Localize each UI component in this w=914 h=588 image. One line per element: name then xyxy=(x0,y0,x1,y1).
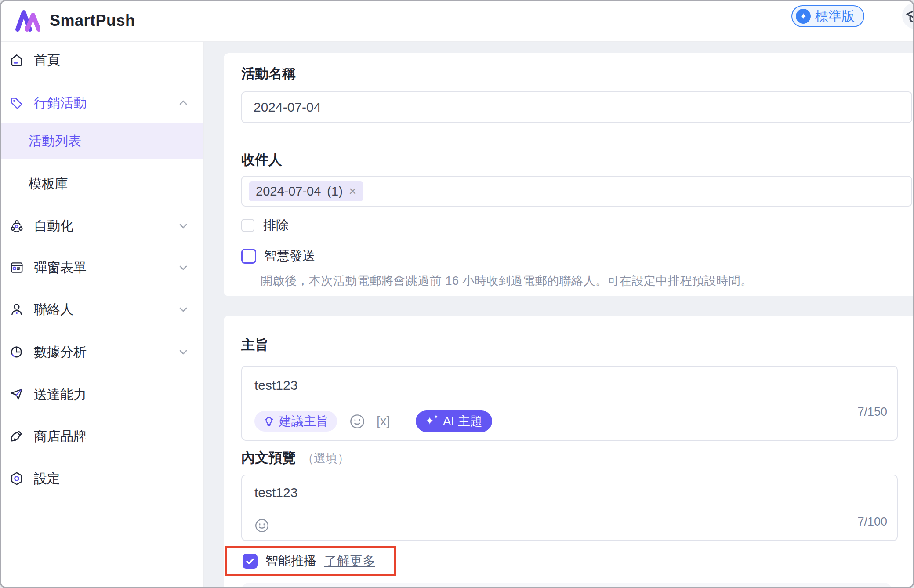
exclude-label: 排除 xyxy=(263,217,289,234)
graduation-cap-icon xyxy=(905,6,914,25)
smart-push-checkbox[interactable] xyxy=(243,554,258,569)
recipients-label: 收件人 xyxy=(241,151,282,169)
recipient-chip-name: 2024-07-04 xyxy=(256,184,321,199)
toolbar-divider xyxy=(403,414,403,429)
campaign-name-input[interactable] xyxy=(241,91,912,123)
preview-char-counter: 7/100 xyxy=(857,515,887,529)
sidebar-item-campaigns[interactable]: 行銷活動 xyxy=(1,90,203,116)
sidebar-item-settings[interactable]: 設定 xyxy=(1,465,203,492)
chevron-down-icon[interactable] xyxy=(178,347,189,357)
plan-label: 標準版 xyxy=(815,7,855,25)
brush-icon xyxy=(9,429,24,444)
sidebar-item-label: 模板庫 xyxy=(29,175,68,193)
suggest-subject-button[interactable]: 建議主旨 xyxy=(254,411,337,432)
subject-char-counter: 7/150 xyxy=(857,405,887,419)
sidebar-item-automation[interactable]: 自動化 xyxy=(1,213,203,239)
subject-toolbar: 建議主旨 [x] ✦ ✦ AI 主題 xyxy=(254,410,492,432)
exclude-row: 排除 xyxy=(241,217,289,234)
sidebar-item-label: 活動列表 xyxy=(29,132,81,150)
preview-optional-label: （選填） xyxy=(302,450,349,466)
sidebar-item-analytics[interactable]: 數據分析 xyxy=(1,339,203,365)
sidebar-item-label: 行銷活動 xyxy=(34,94,87,112)
campaign-name-label: 活動名稱 xyxy=(241,65,296,83)
emoji-picker-icon[interactable] xyxy=(254,518,269,533)
sidebar-item-store-branding[interactable]: 商店品牌 xyxy=(1,423,203,450)
sidebar-nav: 首頁 行銷活動 活動列表 模板庫 xyxy=(1,42,204,587)
emoji-picker-icon[interactable] xyxy=(349,414,365,429)
smart-send-label: 智慧發送 xyxy=(264,247,315,265)
ai-subject-button[interactable]: ✦ ✦ AI 主題 xyxy=(416,410,492,432)
sidebar-item-label: 商店品牌 xyxy=(34,428,87,446)
sidebar-item-label: 彈窗表單 xyxy=(34,259,87,277)
suggest-subject-label: 建議主旨 xyxy=(279,413,328,430)
plan-badge-button[interactable]: ✦ 標準版 xyxy=(791,5,864,27)
subject-value: test123 xyxy=(254,378,297,393)
automation-icon xyxy=(9,218,24,233)
top-header: SmartPush ✦ 標準版 xyxy=(1,1,913,42)
sidebar-item-label: 首頁 xyxy=(34,51,60,69)
smart-push-annotation-box: 智能推播 了解更多 xyxy=(225,546,396,576)
smart-send-checkbox[interactable] xyxy=(241,249,256,264)
smart-send-helper-text: 開啟後，本次活動電郵將會跳過前 16 小時收到過電郵的聯絡人。可在設定中排程預設… xyxy=(261,273,753,289)
sidebar-item-label: 聯絡人 xyxy=(34,301,73,319)
person-icon xyxy=(9,302,24,317)
smart-push-label: 智能推播 xyxy=(265,552,316,570)
pie-chart-icon xyxy=(9,345,24,359)
sidebar-item-label: 設定 xyxy=(34,470,60,488)
smart-send-row: 智慧發送 xyxy=(241,247,315,265)
chevron-down-icon[interactable] xyxy=(178,304,189,315)
next-section-panel xyxy=(241,583,892,588)
campaign-basics-card: 活動名稱 收件人 2024-07-04 (1) × 排除 智慧發送 開啟後，本次… xyxy=(224,53,914,296)
recipient-chip[interactable]: 2024-07-04 (1) × xyxy=(249,181,363,201)
chevron-down-icon[interactable] xyxy=(178,262,189,273)
recipients-input[interactable]: 2024-07-04 (1) × xyxy=(241,176,912,207)
sidebar-item-popup-forms[interactable]: 彈窗表單 xyxy=(1,254,203,281)
merge-tag-icon[interactable]: [x] xyxy=(377,414,390,428)
plan-star-icon: ✦ xyxy=(796,9,811,24)
preview-label-row: 內文預覽 （選填） xyxy=(241,449,349,467)
paper-plane-icon xyxy=(9,387,24,402)
smartpush-logo-icon xyxy=(15,9,40,33)
app-window: SmartPush ✦ 標準版 xyxy=(0,0,914,588)
subject-label: 主旨 xyxy=(241,336,268,354)
preview-label: 內文預覽 xyxy=(241,449,296,467)
settings-icon xyxy=(9,471,24,486)
home-icon xyxy=(9,53,24,68)
chevron-down-icon[interactable] xyxy=(178,221,189,231)
preview-text-input[interactable]: test123 7/100 xyxy=(241,475,898,541)
brand[interactable]: SmartPush xyxy=(15,9,135,33)
exclude-checkbox[interactable] xyxy=(241,219,254,232)
sidebar-item-template-library[interactable]: 模板庫 xyxy=(1,171,203,197)
sidebar-item-contacts[interactable]: 聯絡人 xyxy=(1,296,203,323)
bulb-icon xyxy=(263,416,275,427)
subject-input[interactable]: test123 建議主旨 xyxy=(241,366,898,441)
subject-card: 主旨 test123 建議主旨 xyxy=(224,316,914,588)
recipient-chip-count: (1) xyxy=(327,184,342,199)
header-divider xyxy=(885,5,885,25)
sidebar-item-campaign-list[interactable]: 活動列表 xyxy=(1,123,203,159)
ai-sparkles-icon: ✦ ✦ xyxy=(425,415,439,428)
preview-value: test123 xyxy=(254,485,297,500)
tag-icon xyxy=(9,95,24,110)
sidebar-item-label: 送達能力 xyxy=(34,386,87,404)
ai-subject-label: AI 主題 xyxy=(443,413,482,430)
popup-form-icon xyxy=(9,260,24,275)
brand-title: SmartPush xyxy=(50,11,135,30)
chevron-up-icon[interactable] xyxy=(178,98,189,108)
sidebar-item-deliverability[interactable]: 送達能力 xyxy=(1,381,203,408)
sidebar-item-home[interactable]: 首頁 xyxy=(1,47,203,73)
learning-center-button[interactable] xyxy=(902,3,914,29)
sidebar-item-label: 數據分析 xyxy=(34,343,87,361)
learn-more-link[interactable]: 了解更多 xyxy=(324,552,375,570)
chip-close-icon[interactable]: × xyxy=(349,185,357,198)
sidebar-item-label: 自動化 xyxy=(34,217,73,235)
